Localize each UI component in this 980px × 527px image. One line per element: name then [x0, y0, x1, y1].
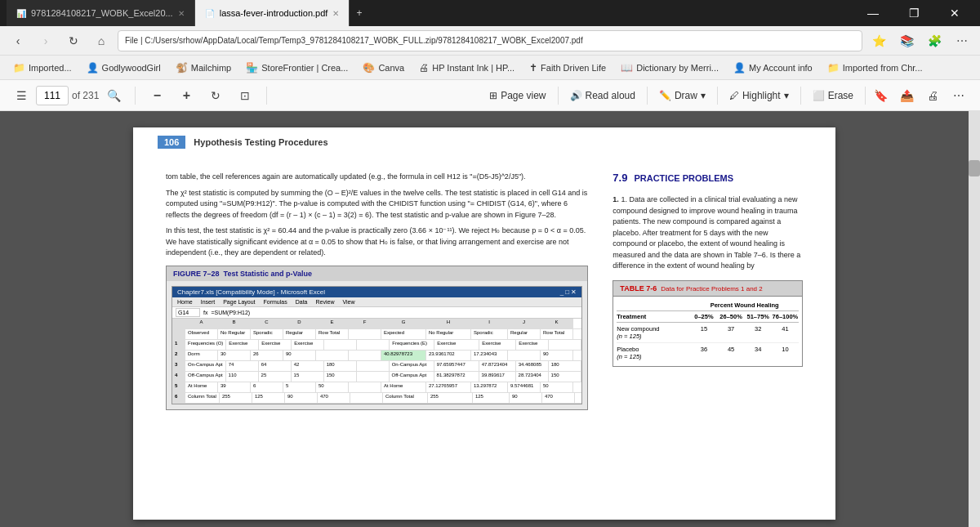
- back-button[interactable]: ‹: [7, 29, 29, 52]
- cell-g2: 40.82978723: [381, 351, 426, 360]
- table-label: TABLE 7-6: [620, 284, 657, 293]
- pdf-icon: 📄: [205, 9, 215, 18]
- practice-problem-1: 1. 1. Data are collected in a clinical t…: [612, 194, 803, 272]
- fav-faith[interactable]: ✝ Faith Driven Life: [523, 60, 612, 75]
- placebo-val-3: 10: [772, 346, 799, 360]
- fav-imported[interactable]: 📁 Imported...: [7, 60, 78, 75]
- fav-hp[interactable]: 🖨 HP Instant Ink | HP...: [412, 60, 521, 75]
- ribbon-view[interactable]: View: [342, 299, 354, 305]
- cell-f4: [357, 372, 390, 382]
- favorites-icon[interactable]: ⭐: [867, 29, 890, 52]
- fav-canva[interactable]: 🎨 Canva: [356, 60, 411, 75]
- more-button[interactable]: ⋯: [947, 84, 970, 107]
- cell-d2: 90: [283, 351, 316, 360]
- ribbon-layout[interactable]: Page Layout: [223, 299, 255, 305]
- tab-pdf-close[interactable]: ✕: [332, 9, 339, 18]
- tab-excel-close[interactable]: ✕: [178, 9, 185, 18]
- print-button[interactable]: 🖨: [921, 84, 944, 107]
- cell-e1: [324, 340, 357, 350]
- page-view-button[interactable]: ⊞ Page view: [481, 87, 554, 105]
- cell-a5: At Home: [185, 382, 218, 392]
- pdf-right-column: 7.9 PRACTICE PROBLEMS 1. 1. Data are col…: [612, 152, 803, 495]
- close-button[interactable]: ✕: [936, 0, 973, 26]
- pdf-nav-group: ☰ of 231 🔍: [10, 84, 125, 107]
- excel-col-h: H: [426, 319, 471, 328]
- cell-i2: 17.234043: [471, 351, 508, 360]
- user-icon-1: 👤: [733, 62, 746, 74]
- ribbon-home[interactable]: Home: [177, 299, 193, 305]
- cell-k5: 50: [541, 382, 573, 392]
- figure-title: Test Statistic and p-Value: [224, 270, 312, 278]
- divider-6: [800, 87, 801, 105]
- excel-row-5: 5 At Home 39 6 5 50 At Home 27.12765957: [172, 382, 581, 393]
- cell-b3: 74: [226, 361, 259, 371]
- scrollbar-thumb[interactable]: [969, 160, 980, 176]
- cell-k2: 90: [541, 351, 573, 360]
- ribbon-formulas[interactable]: Formulas: [264, 299, 287, 305]
- share-button[interactable]: 📤: [895, 84, 918, 107]
- page-number-input[interactable]: [36, 86, 69, 105]
- collections-icon[interactable]: 📚: [895, 29, 918, 52]
- cell-f6: [350, 393, 383, 403]
- forward-button[interactable]: ›: [34, 29, 57, 52]
- excel-row-num-header: [172, 319, 185, 328]
- pdf-menu-button[interactable]: ☰: [10, 84, 33, 107]
- draw-button[interactable]: ✏️ Draw ▾: [651, 87, 714, 105]
- refresh-button[interactable]: ↻: [62, 29, 85, 52]
- row-num-3: 3: [172, 361, 185, 371]
- fit-button[interactable]: ⊡: [234, 84, 256, 107]
- zoom-in-button[interactable]: +: [175, 84, 198, 107]
- section-title: PRACTICE PROBLEMS: [634, 173, 733, 183]
- fav-storefrontier[interactable]: 🏪 StoreFrontier | Crea...: [239, 60, 354, 75]
- vertical-scrollbar[interactable]: [969, 111, 980, 527]
- cell-d4: 15: [292, 372, 324, 382]
- read-aloud-button[interactable]: 🔊 Read aloud: [562, 87, 644, 105]
- maximize-button[interactable]: ❐: [895, 0, 933, 26]
- address-input[interactable]: File | C:/Users/srhow/AppData/Local/Temp…: [118, 30, 862, 51]
- home-button[interactable]: ⌂: [90, 29, 113, 52]
- new-compound-val-0: 15: [690, 325, 717, 340]
- excel-col-f: F: [349, 319, 381, 328]
- cell-h2: 23.9361702: [426, 351, 471, 360]
- excel-ribbon: Home Insert Page Layout Formulas Data Re…: [172, 297, 581, 307]
- add-tab-button[interactable]: +: [350, 7, 368, 19]
- ribbon-insert[interactable]: Insert: [201, 299, 216, 305]
- excel-col-a: A: [185, 319, 218, 328]
- tab-pdf[interactable]: 📄 lassa-fever-introduction.pdf ✕: [195, 0, 350, 26]
- fav-imported-chrome-label: Imported from Chr...: [843, 63, 923, 73]
- fav-mailchimp[interactable]: 🐒 Mailchimp: [169, 60, 238, 75]
- page-total-label: of 231: [72, 90, 99, 101]
- fav-faith-label: Faith Driven Life: [541, 63, 606, 73]
- tab-excel[interactable]: 📊 9781284108217_WOBK_Excel20... ✕: [7, 0, 195, 26]
- ribbon-data[interactable]: Data: [296, 299, 308, 305]
- pdf-content[interactable]: 106 Hypothesis Testing Procedures tom ta…: [0, 111, 969, 527]
- pdf-search-button[interactable]: 🔍: [102, 84, 125, 107]
- fav-dictionary[interactable]: 📖 Dictionary by Merri...: [614, 60, 725, 75]
- settings-icon[interactable]: ⋯: [951, 29, 973, 52]
- book-icon: 📖: [621, 62, 633, 74]
- cell-e-hdr: Row Total: [316, 329, 349, 339]
- ribbon-review[interactable]: Review: [316, 299, 335, 305]
- bookmark-button[interactable]: 🔖: [869, 84, 892, 107]
- erase-button[interactable]: ⬜ Erase: [804, 87, 862, 105]
- placebo-val-0: 36: [690, 346, 717, 360]
- figure-content: Chapter7.xls [Compatibility Mode] - Micr…: [167, 281, 587, 409]
- cell-i3: 47.8723404: [479, 361, 516, 371]
- extensions-icon[interactable]: 🧩: [923, 29, 946, 52]
- rotate-button[interactable]: ↻: [204, 84, 227, 107]
- table-row-placebo: Placebo (n = 125) 36 45 34 10: [617, 343, 799, 363]
- excel-row-1: 1 Frequencies (O) Exercise Exercise Exer…: [172, 340, 581, 351]
- cell-d3: 42: [292, 361, 324, 371]
- cell-c6: 125: [252, 393, 285, 403]
- fav-imported-chrome[interactable]: 📁 Imported from Chr...: [821, 60, 929, 75]
- minimize-button[interactable]: —: [854, 0, 892, 26]
- cell-a4: Off-Campus Apt: [185, 372, 226, 382]
- fav-godlywood[interactable]: 👤 GodlywoodGirl: [80, 60, 167, 75]
- zoom-out-button[interactable]: −: [145, 84, 168, 107]
- divider-2: [266, 87, 267, 105]
- pdf-actions: ⊞ Page view 🔊 Read aloud ✏️ Draw ▾ 🖊 Hig…: [481, 84, 970, 107]
- col-treatment-header: Treatment: [617, 313, 690, 320]
- table-header: TABLE 7-6 Data for Practice Problems 1 a…: [613, 281, 802, 297]
- highlight-button[interactable]: 🖊 Highlight ▾: [721, 87, 797, 105]
- fav-myaccount[interactable]: 👤 My Account info: [727, 60, 819, 75]
